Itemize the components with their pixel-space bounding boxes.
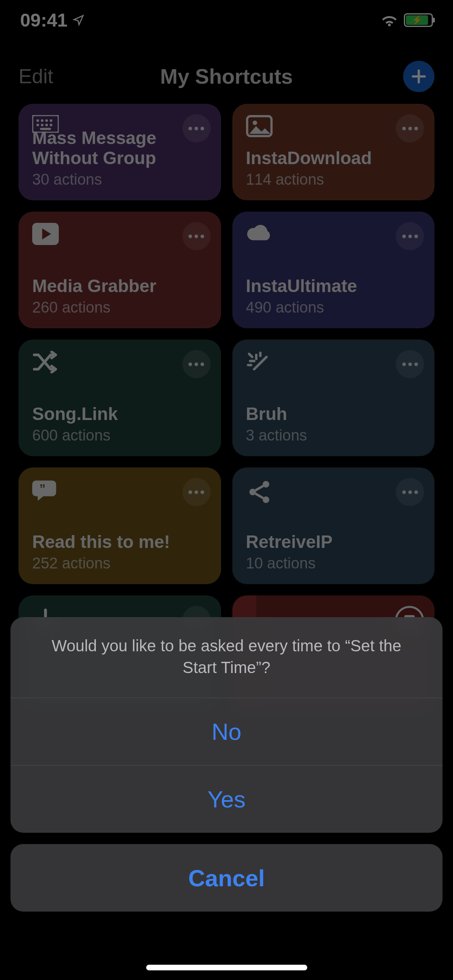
sheet-no-button[interactable]: No bbox=[10, 698, 443, 765]
sheet-cancel-button[interactable]: Cancel bbox=[10, 844, 443, 912]
sheet-message: Would you like to be asked every time to… bbox=[10, 617, 443, 698]
sheet-yes-button[interactable]: Yes bbox=[10, 765, 443, 833]
home-indicator bbox=[146, 965, 307, 970]
action-sheet: Would you like to be asked every time to… bbox=[10, 617, 443, 912]
